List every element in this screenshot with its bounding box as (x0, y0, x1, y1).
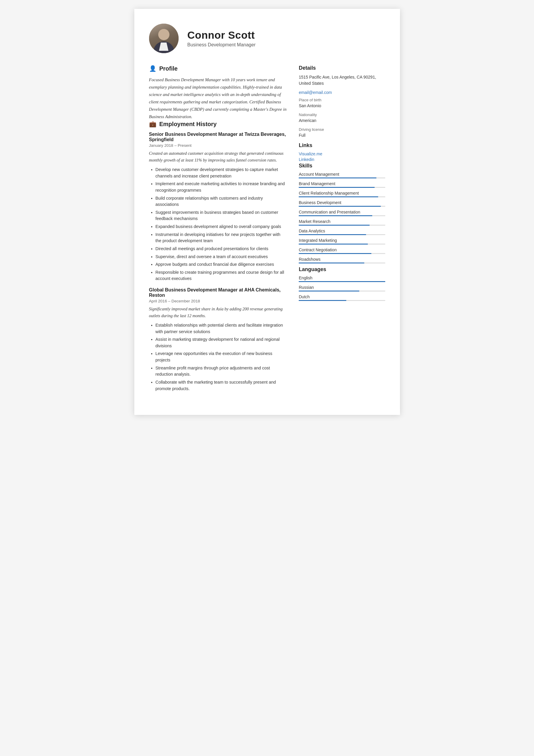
skill-bar-bg (299, 234, 385, 235)
resume-container: Connor Scott Business Development Manage… (134, 9, 400, 415)
bullet-item: Responsible to create training programme… (156, 269, 287, 282)
language-bar-fill (299, 291, 359, 291)
language-bar-bg (299, 300, 385, 301)
bullet-item: Supervise, direct and oversee a team of … (156, 254, 287, 260)
header-info: Connor Scott Business Development Manage… (187, 29, 255, 47)
skill-bar-bg (299, 253, 385, 254)
skill-name: Brand Management (299, 181, 385, 186)
skill-bar-bg (299, 262, 385, 263)
skill-name: Account Management (299, 172, 385, 176)
language-bar-fill (299, 300, 346, 301)
job-2: Global Business Development Manager at A… (149, 287, 287, 392)
profile-text: Focused Business Development Manager wit… (149, 76, 287, 121)
job-2-bullets: Establish relationships with potential c… (149, 322, 287, 392)
skill-bar-fill (299, 262, 364, 263)
employment-section-title: 💼 Employment History (149, 121, 287, 127)
details-license: Full (299, 132, 385, 139)
skill-name: Data Analytics (299, 229, 385, 233)
skill-bar-fill (299, 187, 375, 188)
job-1-bullets: Develop new customer development strateg… (149, 167, 287, 282)
skill-bar-fill (299, 177, 376, 178)
job-2-title: Global Business Development Manager at A… (149, 287, 287, 298)
skill-bar-bg (299, 206, 385, 207)
skills-section-title: Skills (299, 163, 385, 169)
bullet-item: Leverage new opportunities via the execu… (156, 351, 287, 363)
details-nationality-label: Nationality (299, 113, 385, 117)
language-item: Russian (299, 285, 385, 291)
skills-section: Skills Account Management Brand Manageme… (299, 163, 385, 263)
bullet-item: Expanded business development aligned to… (156, 224, 287, 230)
job-1-summary: Created an automated customer acquisitio… (149, 150, 287, 164)
links-section: Links Visualize.me Linkedin (299, 142, 385, 162)
candidate-title: Business Development Manager (187, 42, 255, 47)
bullet-item: Build corporate relationships with custo… (156, 195, 287, 208)
skill-name: Market Research (299, 219, 385, 224)
skill-item: Data Analytics (299, 229, 385, 235)
details-section-title: Details (299, 65, 385, 71)
language-item: English (299, 276, 385, 282)
profile-section: 👤 Profile Focused Business Development M… (149, 65, 287, 121)
profile-section-title: 👤 Profile (149, 65, 287, 72)
details-nationality: American (299, 118, 385, 124)
bullet-item: Suggest improvements in business strateg… (156, 209, 287, 222)
skill-bar-bg (299, 225, 385, 226)
job-2-summary: Significantly improved market share in A… (149, 306, 287, 319)
language-bar-fill (299, 281, 385, 282)
skills-list: Account Management Brand Management Clie… (299, 172, 385, 263)
skill-item: Client Relationship Management (299, 191, 385, 197)
skill-bar-fill (299, 244, 368, 245)
details-address: 1515 Pacific Ave, Los Angeles, CA 90291,… (299, 74, 385, 87)
skill-item: Business Development (299, 200, 385, 207)
skill-bar-bg (299, 177, 385, 178)
skill-name: Communication and Presentation (299, 210, 385, 214)
resume-header: Connor Scott Business Development Manage… (149, 24, 385, 53)
skill-bar-bg (299, 196, 385, 197)
link-visualize[interactable]: Visualize.me (299, 151, 385, 156)
skill-bar-bg (299, 244, 385, 245)
language-name: English (299, 276, 385, 280)
skill-bar-bg (299, 187, 385, 188)
skill-bar-fill (299, 215, 372, 216)
skill-bar-bg (299, 215, 385, 216)
language-bar-bg (299, 281, 385, 282)
skill-name: Integrated Marketing (299, 238, 385, 243)
skill-name: Business Development (299, 200, 385, 205)
skill-name: Contract Negotiation (299, 248, 385, 252)
skill-item: Integrated Marketing (299, 238, 385, 245)
details-email[interactable]: email@email.com (299, 90, 385, 95)
languages-section-title: Languages (299, 266, 385, 273)
links-section-title: Links (299, 142, 385, 148)
bullet-item: Directed all meetings and produced prese… (156, 246, 287, 252)
skill-bar-fill (299, 253, 371, 254)
job-1-dates: January 2018 – Present (149, 143, 287, 148)
details-pob-label: Place of birth (299, 98, 385, 102)
bullet-item: Instrumental in developing initiatives f… (156, 231, 287, 244)
main-content: 👤 Profile Focused Business Development M… (149, 65, 385, 397)
skill-name: Roadshows (299, 257, 385, 262)
skill-bar-fill (299, 234, 366, 235)
skill-bar-fill (299, 225, 370, 226)
job-2-dates: April 2016 – December 2018 (149, 299, 287, 303)
bullet-item: Develop new customer development strateg… (156, 167, 287, 179)
link-linkedin[interactable]: Linkedin (299, 157, 385, 162)
language-bar-bg (299, 291, 385, 291)
skill-item: Communication and Presentation (299, 210, 385, 216)
language-item: Dutch (299, 294, 385, 301)
bullet-item: Collaborate with the marketing team to s… (156, 379, 287, 392)
details-section: Details 1515 Pacific Ave, Los Angeles, C… (299, 65, 385, 139)
details-license-label: Driving license (299, 127, 385, 132)
employment-section: 💼 Employment History Senior Business Dev… (149, 121, 287, 392)
avatar (149, 24, 178, 53)
right-column: Details 1515 Pacific Ave, Los Angeles, C… (299, 65, 385, 397)
candidate-name: Connor Scott (187, 29, 255, 41)
links-list: Visualize.me Linkedin (299, 151, 385, 162)
bullet-item: Streamline profit margins through price … (156, 365, 287, 378)
skill-item: Market Research (299, 219, 385, 226)
skill-item: Contract Negotiation (299, 248, 385, 254)
languages-list: English Russian Dutch (299, 276, 385, 301)
skill-item: Account Management (299, 172, 385, 178)
skill-item: Brand Management (299, 181, 385, 188)
details-pob: San Antonio (299, 103, 385, 109)
skill-name: Client Relationship Management (299, 191, 385, 196)
bullet-item: Establish relationships with potential c… (156, 322, 287, 335)
